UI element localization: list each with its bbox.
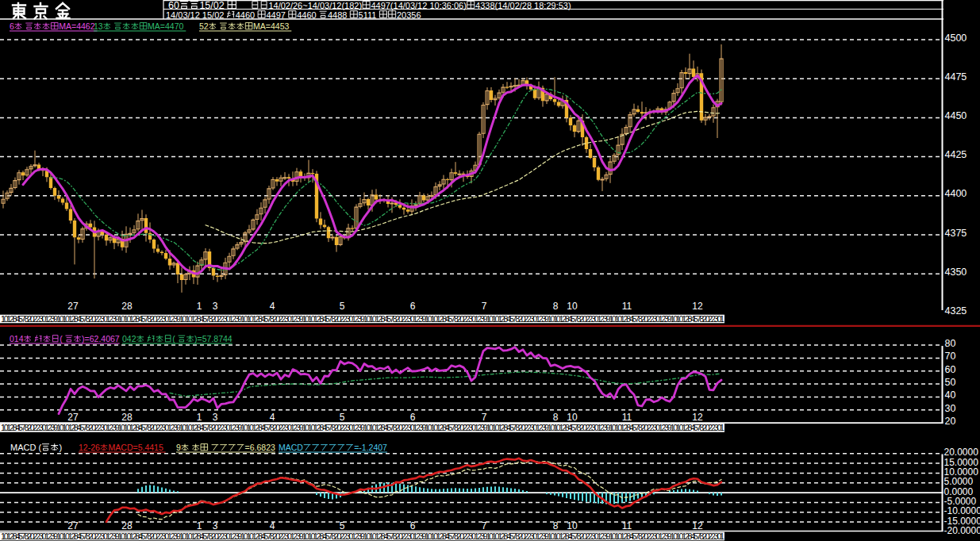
svg-text:12: 12 <box>692 412 703 423</box>
svg-text:80: 80 <box>945 338 956 349</box>
svg-text:28: 28 <box>121 301 133 312</box>
svg-text:4450: 4450 <box>945 110 967 121</box>
svg-text:(: ( <box>60 334 63 343</box>
svg-text:): ) <box>60 443 63 452</box>
svg-text:4325: 4325 <box>945 305 967 317</box>
svg-text:5: 5 <box>340 301 345 312</box>
svg-text:50: 50 <box>945 377 956 388</box>
svg-text:3: 3 <box>213 301 218 312</box>
svg-text:4: 4 <box>270 301 275 312</box>
svg-text:40: 40 <box>945 389 956 401</box>
svg-text:1: 1 <box>197 301 202 312</box>
svg-text:60: 60 <box>945 364 956 375</box>
svg-text:MA=4462: MA=4462 <box>59 21 94 31</box>
svg-text:52: 52 <box>199 21 209 31</box>
svg-text:4400: 4400 <box>945 188 967 199</box>
svg-text:10: 10 <box>567 301 578 312</box>
svg-text:20: 20 <box>945 416 956 427</box>
svg-text:7: 7 <box>482 412 487 423</box>
svg-text:101284578202230123910101284578: 1012845782022301239101012845782022301239… <box>1 314 724 324</box>
svg-text:8: 8 <box>553 412 559 423</box>
svg-text:101284578202230123910101284578: 1012845782022301239101012845782022301239… <box>1 423 724 432</box>
svg-text:4375: 4375 <box>945 228 967 239</box>
svg-text:27: 27 <box>67 301 79 312</box>
svg-text:4350: 4350 <box>945 267 967 278</box>
svg-text:4425: 4425 <box>945 149 967 160</box>
svg-text:4460: 4460 <box>236 10 255 20</box>
svg-text:4497(14/03/12 10:36:06): 4497(14/03/12 10:36:06) <box>371 1 467 10</box>
svg-text:6: 6 <box>410 412 416 423</box>
svg-text:13: 13 <box>94 21 103 31</box>
svg-text:14/02/26~14/03/12(182): 14/02/26~14/03/12(182) <box>268 1 362 10</box>
svg-text:MACD (: MACD ( <box>10 443 41 452</box>
svg-text:)=57.8744: )=57.8744 <box>194 334 233 343</box>
svg-text:014: 014 <box>10 334 24 343</box>
svg-text:6: 6 <box>410 301 416 312</box>
svg-text:4500: 4500 <box>945 33 967 44</box>
svg-text:=6.6823: =6.6823 <box>245 443 275 452</box>
svg-text:12: 12 <box>692 301 703 312</box>
svg-text:4460: 4460 <box>297 10 316 20</box>
svg-text:5111: 5111 <box>359 10 377 20</box>
svg-text:042: 042 <box>122 334 136 343</box>
svg-text:)=62.4067: )=62.4067 <box>82 334 120 343</box>
svg-text:1: 1 <box>197 412 202 423</box>
svg-text:10: 10 <box>567 412 578 423</box>
svg-text:6: 6 <box>10 21 14 31</box>
svg-text:28: 28 <box>121 412 133 423</box>
svg-text:20356: 20356 <box>397 10 421 20</box>
svg-text:27: 27 <box>67 412 79 423</box>
svg-text:(: ( <box>172 334 175 343</box>
svg-text:MACD: MACD <box>279 443 303 452</box>
svg-text:11: 11 <box>622 301 632 312</box>
svg-text:11: 11 <box>622 412 632 423</box>
svg-text:4497: 4497 <box>266 10 285 20</box>
svg-text:4488: 4488 <box>328 10 347 20</box>
svg-text:4: 4 <box>270 412 275 423</box>
svg-text:-20.0000: -20.0000 <box>944 525 980 536</box>
svg-text:30: 30 <box>945 403 956 414</box>
svg-text:7: 7 <box>482 301 487 312</box>
svg-text:12-26: 12-26 <box>79 443 100 452</box>
svg-text:9: 9 <box>176 443 181 452</box>
svg-text:MA=4453: MA=4453 <box>253 21 289 31</box>
svg-text:MACD=5.4415: MACD=5.4415 <box>109 443 163 452</box>
svg-text:101284578202230123910101284578: 1012845782022301239101012845782022301239… <box>1 531 724 541</box>
svg-text:MA=4470: MA=4470 <box>148 21 183 31</box>
svg-text:5: 5 <box>340 412 345 423</box>
svg-text:=-1.2407: =-1.2407 <box>354 443 387 452</box>
svg-text:3: 3 <box>213 412 218 423</box>
svg-text:14/03/12 15/02: 14/03/12 15/02 <box>166 10 224 20</box>
svg-text:4475: 4475 <box>945 71 967 82</box>
svg-text:4338(14/02/28 18:29:53): 4338(14/02/28 18:29:53) <box>475 1 571 10</box>
svg-text:8: 8 <box>553 301 559 312</box>
svg-text:70: 70 <box>945 351 956 362</box>
